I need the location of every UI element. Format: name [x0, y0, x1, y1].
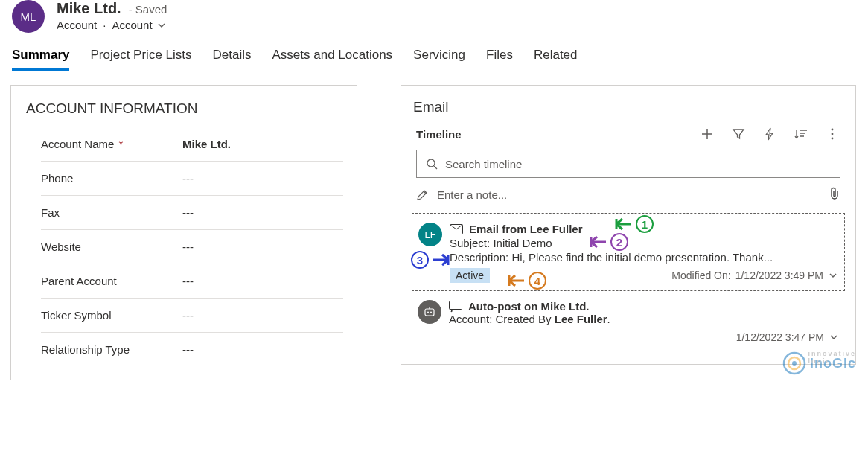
field-label: Parent Account: [41, 275, 117, 287]
svg-point-11: [792, 361, 797, 366]
field-parent-account[interactable]: Parent Account ---: [41, 264, 343, 299]
svg-point-2: [832, 138, 834, 140]
filter-icon: [732, 127, 745, 141]
svg-rect-8: [450, 301, 462, 309]
filter-button[interactable]: [730, 126, 747, 142]
field-label: Website: [41, 240, 81, 253]
tab-servicing[interactable]: Servicing: [413, 45, 465, 71]
field-relationship-type[interactable]: Relationship Type ---: [41, 333, 343, 366]
svg-point-3: [427, 159, 435, 167]
field-label: Account Name: [41, 138, 114, 150]
field-ticker-symbol[interactable]: Ticker Symbol ---: [41, 299, 343, 333]
account-information-panel: ACCOUNT INFORMATION Account Name* Mike L…: [10, 85, 357, 380]
chevron-down-icon: [157, 21, 166, 30]
mail-icon: [450, 224, 463, 234]
modified-label: Modified On:: [671, 269, 730, 281]
lightning-icon: [763, 127, 776, 141]
timeline-search-input[interactable]: Search timeline: [416, 150, 840, 178]
note-placeholder: Enter a note...: [437, 188, 507, 201]
svg-rect-5: [425, 309, 434, 316]
field-value: ---: [182, 343, 194, 356]
autopost-title: Auto-post on Mike Ltd.: [468, 300, 589, 313]
account-avatar: ML: [12, 0, 45, 33]
flow-button[interactable]: [762, 126, 778, 142]
autopost-sender: Lee Fuller: [555, 313, 607, 325]
field-value: Mike Ltd.: [182, 138, 231, 150]
more-button[interactable]: [824, 126, 840, 142]
timeline-item-title: Email from Lee Fuller: [469, 223, 583, 235]
chevron-down-icon[interactable]: [829, 332, 839, 342]
timeline-label: Timeline: [416, 128, 462, 141]
form-selector-label: Account: [112, 19, 152, 31]
modified-value: 1/12/2022 3:49 PM: [735, 269, 823, 281]
sort-icon: [794, 127, 808, 141]
description-value: Hi, Please find the initial demo present…: [511, 251, 773, 264]
form-selector[interactable]: Account: [112, 19, 165, 31]
field-account-name[interactable]: Account Name* Mike Ltd.: [41, 127, 343, 162]
autopost-avatar: [418, 300, 441, 324]
more-vertical-icon: [826, 127, 839, 141]
autopost-timestamp: 1/12/2022 3:47 PM: [736, 331, 824, 343]
required-marker: *: [118, 138, 123, 150]
attach-button[interactable]: [829, 187, 840, 202]
tab-assets-locations[interactable]: Assets and Locations: [272, 45, 393, 71]
watermark-tagline: innovative logic: [808, 350, 856, 365]
subject-prefix: Subject:: [450, 237, 493, 249]
status-badge: Active: [450, 268, 490, 283]
tab-summary[interactable]: Summary: [12, 45, 69, 71]
post-icon: [449, 301, 462, 313]
email-timeline-panel: Email Timeline: [401, 85, 856, 365]
tab-project-price-lists[interactable]: Project Price Lists: [90, 45, 191, 71]
dot-separator: ·: [103, 19, 106, 31]
field-value: ---: [182, 275, 194, 287]
svg-point-0: [832, 129, 834, 131]
bot-icon: [423, 305, 436, 319]
tab-details[interactable]: Details: [213, 45, 252, 71]
field-fax[interactable]: Fax ---: [41, 196, 343, 230]
note-input[interactable]: Enter a note...: [416, 187, 840, 202]
sender-avatar: LF: [418, 223, 442, 246]
plus-icon: [701, 127, 714, 141]
field-label: Ticker Symbol: [41, 309, 111, 322]
field-label: Phone: [41, 172, 73, 185]
search-placeholder: Search timeline: [445, 158, 522, 170]
autopost-text-suffix: .: [607, 313, 610, 325]
paperclip-icon: [829, 187, 840, 200]
record-header: ML Mike Ltd. - Saved Account · Account: [0, 0, 868, 40]
sort-button[interactable]: [793, 126, 809, 142]
email-panel-title: Email: [413, 99, 845, 115]
field-value: ---: [182, 240, 194, 253]
form-tabs: Summary Project Price Lists Details Asse…: [0, 45, 868, 71]
autopost-text-prefix: Account: Created By: [449, 313, 555, 325]
description-prefix: Description:: [450, 251, 511, 264]
search-icon: [426, 158, 438, 170]
chevron-down-icon[interactable]: [828, 270, 838, 281]
field-website[interactable]: Website ---: [41, 230, 343, 264]
field-value: ---: [182, 206, 194, 219]
subject-value: Initial Demo: [493, 237, 552, 249]
record-title: Mike Ltd.: [57, 0, 121, 17]
add-timeline-button[interactable]: [699, 126, 715, 142]
field-value: ---: [182, 172, 194, 185]
svg-point-6: [427, 312, 429, 313]
tab-related[interactable]: Related: [534, 45, 578, 71]
field-value: ---: [182, 309, 194, 322]
field-phone[interactable]: Phone ---: [41, 162, 343, 196]
field-label: Fax: [41, 206, 60, 219]
svg-point-7: [430, 312, 432, 313]
tab-files[interactable]: Files: [486, 45, 513, 71]
account-info-title: ACCOUNT INFORMATION: [26, 100, 343, 117]
svg-point-1: [832, 133, 834, 135]
saved-indicator: - Saved: [129, 3, 167, 16]
field-label: Relationship Type: [41, 343, 130, 356]
timeline-item-autopost[interactable]: Auto-post on Mike Ltd. Account: Created …: [412, 291, 845, 351]
watermark-icon: [782, 351, 807, 376]
entity-type-label: Account: [57, 19, 97, 31]
timeline-item-email[interactable]: LF Email from Lee Fuller Subject: Initia…: [412, 213, 845, 291]
watermark: innovative logic inoGic: [782, 351, 856, 376]
pencil-icon: [416, 189, 428, 201]
